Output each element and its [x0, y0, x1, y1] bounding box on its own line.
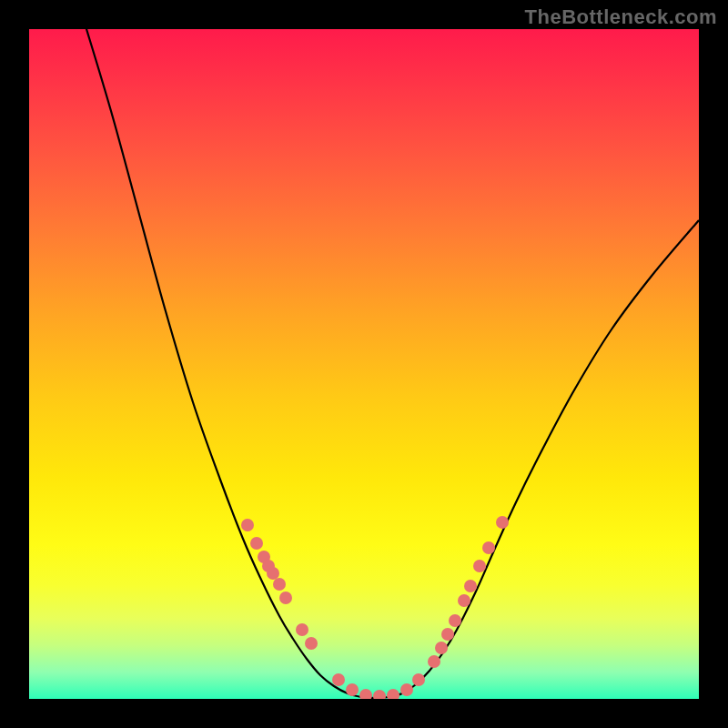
data-dot: [435, 642, 448, 654]
plot-area: [29, 29, 699, 699]
data-dot: [387, 689, 399, 699]
data-dot: [250, 537, 263, 550]
data-dot: [332, 673, 345, 686]
data-dot: [449, 614, 461, 627]
left-curve: [84, 29, 375, 698]
data-dot: [428, 655, 440, 668]
chart-container: TheBottleneck.com: [0, 0, 728, 728]
data-dot: [241, 519, 254, 531]
data-dot: [346, 683, 359, 696]
data-dot: [279, 592, 292, 604]
data-dot: [373, 690, 386, 699]
data-dot: [305, 637, 318, 650]
data-dot: [412, 673, 425, 686]
data-dot: [473, 560, 486, 572]
data-dot: [267, 567, 279, 580]
data-dot: [441, 628, 454, 641]
data-dot: [464, 580, 477, 592]
data-dot: [359, 689, 372, 699]
data-dot: [496, 516, 509, 529]
watermark-text: TheBottleneck.com: [525, 5, 717, 29]
data-dot: [296, 623, 308, 636]
plot-svg: [29, 29, 699, 699]
right-curve: [375, 220, 699, 698]
data-dot: [400, 683, 413, 696]
data-dot: [273, 578, 286, 591]
data-dot: [482, 541, 495, 554]
data-dot: [458, 594, 470, 607]
